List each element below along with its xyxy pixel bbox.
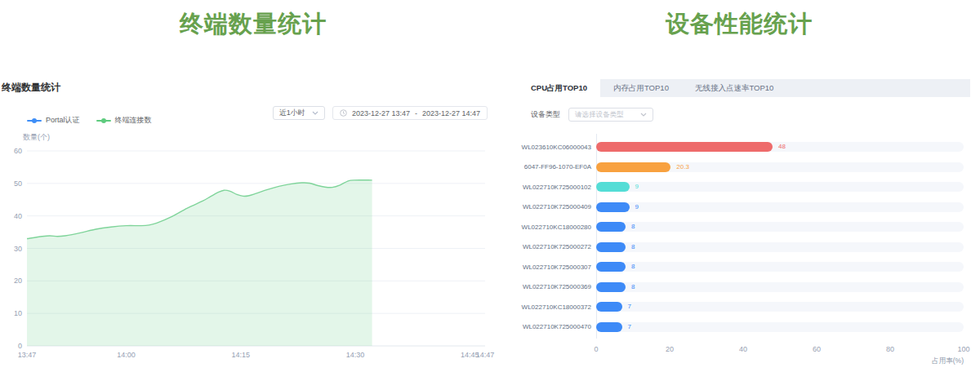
- x-axis: 020406080100: [596, 345, 964, 354]
- y-tick-label: 0: [18, 342, 22, 350]
- device-label: WL022710KC18000372: [516, 303, 596, 311]
- line-chart: 010203040506013:4714:0014:1514:3014:4514…: [0, 131, 506, 372]
- bar-track: 8: [596, 222, 964, 232]
- legend-item[interactable]: Portal认证: [27, 115, 80, 126]
- device-label: WL022710K725000307: [516, 264, 596, 271]
- y-tick-label: 40: [14, 212, 22, 220]
- x-tick-label: 13:47: [18, 351, 37, 359]
- y-tick-label: 50: [14, 179, 22, 188]
- bar-value: 7: [628, 302, 631, 312]
- device-type-select[interactable]: 请选择设备类型: [568, 108, 653, 122]
- x-tick-label: 60: [813, 345, 821, 353]
- bar: [596, 322, 622, 332]
- device-type-placeholder: 请选择设备类型: [575, 110, 624, 120]
- bar-track: 7: [596, 302, 964, 312]
- bar-track: 48: [596, 142, 964, 152]
- bar: [596, 162, 670, 172]
- bar-row: WL022710K7250002728: [516, 237, 964, 258]
- bar-chart: WL023610KC06000043486047-FF96-1070-EF0A2…: [516, 137, 964, 366]
- clock-icon: [340, 109, 347, 117]
- device-type-label: 设备类型: [531, 109, 560, 120]
- device-label: WL022710K725000409: [516, 203, 596, 210]
- x-tick-label: 0: [594, 345, 598, 353]
- y-tick-label: 20: [14, 277, 22, 285]
- x-tick-label: 14:47: [476, 351, 495, 359]
- bar: [596, 282, 626, 292]
- legend-marker-dot: [32, 118, 37, 123]
- device-label: 6047-FF96-1070-EF0A: [516, 163, 596, 170]
- bar-row: 6047-FF96-1070-EF0A20.3: [516, 157, 964, 178]
- chevron-down-icon: [640, 113, 647, 117]
- x-tick-label: 100: [957, 345, 969, 353]
- bar-row: WL022710K7250003078: [516, 257, 964, 277]
- device-label: WL022710K725000470: [516, 323, 596, 330]
- bar-row: WL023610KC0600004348: [516, 137, 964, 157]
- bar-rows: WL023610KC06000043486047-FF96-1070-EF0A2…: [516, 137, 964, 337]
- bar: [596, 182, 630, 192]
- left-panel-title: 终端数量统计: [2, 81, 60, 95]
- tab[interactable]: 内存占用TOP10: [600, 79, 682, 97]
- x-tick-label: 14:30: [346, 351, 365, 359]
- x-tick-label: 40: [739, 345, 747, 353]
- bar-track: 7: [596, 322, 964, 332]
- x-tick-label: 20: [666, 345, 674, 353]
- bar-row: WL022710K7250003698: [516, 277, 964, 298]
- bar-value: 7: [628, 322, 631, 332]
- bar-value: 8: [631, 282, 635, 292]
- time-controls: 近1小时 2023-12-27 13:47 - 2023-12-27 14:47: [273, 106, 488, 120]
- series-area: [27, 180, 372, 346]
- bar-track: 8: [596, 242, 964, 252]
- terminal-stats-panel: 终端数量统计 终端数量统计 近1小时 2023-12-27 13:47 - 20…: [0, 0, 506, 372]
- bar: [596, 202, 630, 212]
- bar-value: 48: [778, 142, 786, 152]
- bar-track: 20.3: [596, 162, 964, 172]
- y-tick-label: 30: [14, 245, 22, 253]
- time-range-value: 近1小时: [279, 108, 305, 118]
- bar: [596, 142, 773, 152]
- legend-label: Portal认证: [46, 115, 80, 126]
- legend-item[interactable]: 终端连接数: [96, 115, 152, 126]
- y-tick-label: 60: [14, 147, 22, 155]
- device-label: WL022710K725000369: [516, 283, 596, 290]
- bar: [596, 262, 626, 272]
- bar-value: 8: [631, 242, 635, 252]
- bar-value: 8: [631, 222, 635, 232]
- device-label: WL022710K725000102: [516, 184, 596, 191]
- bar-row: WL022710KC180002808: [516, 217, 964, 237]
- bar-track: 8: [596, 282, 964, 292]
- chart-legend: Portal认证终端连接数: [27, 115, 152, 126]
- bar-value: 8: [631, 262, 635, 272]
- tabs: CPU占用TOP10内存占用TOP10无线接入点速率TOP10: [518, 79, 970, 97]
- time-range-select[interactable]: 近1小时: [273, 106, 325, 120]
- line-chart-svg: 010203040506013:4714:0014:1514:3014:4514…: [0, 131, 506, 372]
- bar-row: WL022710K7250001029: [516, 177, 964, 197]
- x-axis-name: 占用率(%): [596, 356, 964, 366]
- left-big-title: 终端数量统计: [0, 8, 506, 41]
- device-label: WL022710K725000272: [516, 243, 596, 250]
- tab[interactable]: CPU占用TOP10: [518, 79, 600, 97]
- bar-value: 20.3: [676, 162, 689, 172]
- legend-marker-icon: [27, 117, 42, 125]
- device-type-filter: 设备类型 请选择设备类型: [531, 108, 653, 122]
- bar: [596, 242, 626, 252]
- chevron-down-icon: [312, 111, 318, 115]
- bar-value: 9: [635, 182, 639, 192]
- tab[interactable]: 无线接入点速率TOP10: [682, 79, 786, 97]
- date-start: 2023-12-27 13:47: [352, 109, 410, 117]
- bar-row: WL022710KC180003727: [516, 297, 964, 317]
- y-tick-label: 10: [14, 309, 22, 317]
- bar-track: 9: [596, 202, 964, 212]
- legend-marker-dot: [101, 118, 106, 123]
- dashboard: 终端数量统计 终端数量统计 近1小时 2023-12-27 13:47 - 20…: [0, 0, 980, 372]
- bar-value: 9: [635, 202, 639, 212]
- date-range-picker[interactable]: 2023-12-27 13:47 - 2023-12-27 14:47: [332, 106, 488, 120]
- device-label: WL023610KC06000043: [516, 144, 596, 151]
- bar-track: 9: [596, 182, 964, 192]
- device-label: WL022710KC18000280: [516, 224, 596, 231]
- legend-label: 终端连接数: [115, 115, 152, 126]
- legend-marker-icon: [96, 117, 111, 125]
- x-tick-label: 14:00: [117, 351, 136, 359]
- x-tick-label: 80: [886, 345, 894, 353]
- bar: [596, 302, 622, 312]
- x-tick-label: 14:15: [232, 351, 251, 359]
